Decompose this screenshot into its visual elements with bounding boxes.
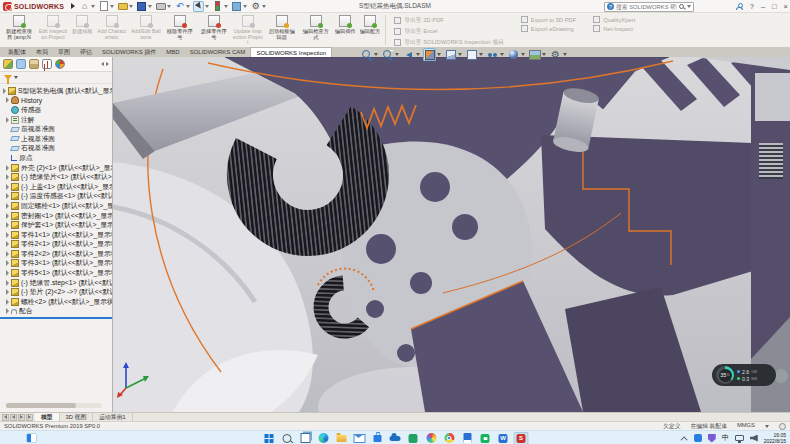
scrollbar-thumb[interactable]: [6, 403, 76, 408]
dropdown-arrow-icon[interactable]: [129, 5, 133, 8]
tree-item[interactable]: 右视基准面: [0, 144, 112, 154]
save-icon[interactable]: [136, 1, 147, 12]
dropdown-arrow-icon[interactable]: [186, 5, 190, 8]
dropdown-arrow-icon[interactable]: [167, 5, 171, 8]
display-settings-icon[interactable]: [231, 1, 242, 12]
hide-show-items-icon[interactable]: [486, 48, 499, 61]
document-tab[interactable]: 3D 视图: [60, 413, 94, 421]
tree-item[interactable]: 零件2<1> (默认<<默认>_显示状态: [0, 240, 112, 250]
app-green-icon[interactable]: [406, 432, 421, 444]
tree-item[interactable]: 零件2<2> (默认<<默认>_显示状态: [0, 249, 112, 259]
tree-item[interactable]: 螺栓<2> (默认<<默认>_显示状态: [0, 297, 112, 307]
quick-access-item[interactable]: [250, 1, 266, 12]
tree-item[interactable]: 传感器: [0, 105, 112, 115]
dropdown-arrow-icon[interactable]: [458, 53, 462, 56]
units-dropdown-icon[interactable]: [765, 425, 769, 428]
expand-arrow-icon[interactable]: [6, 174, 9, 180]
heads-up-item[interactable]: [507, 48, 525, 61]
tree-item[interactable]: 零件3<1> (默认<<默认>_显示状态: [0, 259, 112, 269]
rebuild-icon[interactable]: [212, 1, 223, 12]
dropdown-arrow-icon[interactable]: [395, 53, 399, 56]
tree-item[interactable]: 密封圈<1> (默认<<默认>_显示状态: [0, 211, 112, 221]
dropdown-arrow-icon[interactable]: [91, 5, 95, 8]
dropdown-arrow-icon[interactable]: [110, 5, 114, 8]
tree-item[interactable]: 零件1<1> (默认<<默认>_显示状态: [0, 230, 112, 240]
tree-item[interactable]: (-) 温度传感器<1> (默认<<默认>_显: [0, 192, 112, 202]
edit-appearance-icon[interactable]: [507, 48, 520, 61]
tree-item[interactable]: 原点: [0, 153, 112, 163]
ribbon-button[interactable]: Add Characteristic: [95, 13, 129, 47]
tree-item[interactable]: (-) 绝缘垫片<1> (默认<<默认>_显示: [0, 172, 112, 182]
graphics-viewport[interactable]: 35% 2.6GB 0.3MB: [113, 57, 790, 412]
wps-icon[interactable]: W: [496, 432, 511, 444]
heads-up-item[interactable]: [465, 48, 483, 61]
expand-arrow-icon[interactable]: [6, 280, 9, 286]
apply-scene-icon[interactable]: [528, 48, 541, 61]
undo-icon[interactable]: [174, 1, 185, 12]
dropdown-arrow-icon[interactable]: [542, 53, 546, 56]
search-box[interactable]: ?: [604, 2, 694, 12]
quick-access-item[interactable]: [79, 1, 95, 12]
quick-access-item[interactable]: [174, 1, 190, 12]
commandmanager-tab[interactable]: MBD: [161, 47, 184, 57]
expand-arrow-icon[interactable]: [6, 184, 9, 190]
dropdown-arrow-icon[interactable]: [563, 53, 567, 56]
featuremanager-tab-icon[interactable]: [3, 59, 13, 69]
expand-arrow-icon[interactable]: [6, 270, 9, 276]
notification-icon[interactable]: [779, 423, 786, 430]
expand-arrow-icon[interactable]: [6, 232, 9, 238]
quick-access-item[interactable]: [136, 1, 152, 12]
solidworks-icon[interactable]: S: [514, 432, 529, 444]
quick-access-item[interactable]: [155, 1, 171, 12]
ribbon-button[interactable]: 编辑操作: [333, 13, 358, 47]
displaymanager-tab-icon[interactable]: [55, 59, 65, 69]
expand-arrow-icon[interactable]: [6, 299, 9, 305]
filter-dropdown-icon[interactable]: [14, 76, 18, 79]
expand-arrow-icon[interactable]: [6, 251, 9, 257]
model-canvas[interactable]: [113, 57, 790, 412]
tray-expand-icon[interactable]: [680, 436, 687, 443]
tree-item[interactable]: (-) 绝缘管.step<1> (默认<<默认>: [0, 278, 112, 288]
section-view-icon[interactable]: [423, 48, 436, 61]
volume-icon[interactable]: [750, 435, 758, 442]
ribbon-button[interactable]: 新建模板: [70, 13, 95, 47]
view-settings-icon[interactable]: [549, 48, 562, 61]
heads-up-item[interactable]: [486, 48, 504, 61]
heads-up-item[interactable]: [549, 48, 567, 61]
ime-indicator[interactable]: 中: [722, 433, 729, 443]
panel-arrow-right-icon[interactable]: [106, 62, 109, 66]
commandmanager-tab[interactable]: SOLIDWORKS 插件: [97, 47, 161, 57]
commandmanager-tab[interactable]: 评估: [75, 47, 97, 57]
restore-button[interactable]: □: [772, 2, 777, 11]
expand-arrow-icon[interactable]: [6, 97, 9, 103]
dropdown-arrow-icon[interactable]: [243, 5, 247, 8]
tree-item[interactable]: 上视基准面: [0, 134, 112, 144]
export-button[interactable]: 导出至 SOLIDWORKS Inspection 项目: [394, 38, 504, 47]
heads-up-item[interactable]: [381, 48, 399, 61]
expand-arrow-icon[interactable]: [6, 203, 9, 209]
ribbon-button[interactable]: 启动模板编辑器: [265, 13, 299, 47]
dropdown-arrow-icon[interactable]: [437, 53, 441, 56]
commandmanager-tab[interactable]: 草图: [53, 47, 75, 57]
dropdown-arrow-icon[interactable]: [500, 53, 504, 56]
expand-arrow-icon[interactable]: [6, 193, 9, 199]
tree-divider[interactable]: [0, 317, 112, 319]
green-chat-icon[interactable]: [478, 432, 493, 444]
dropdown-arrow-icon[interactable]: [224, 5, 228, 8]
zoom-fit-icon[interactable]: [360, 48, 373, 61]
expand-arrow-icon[interactable]: [6, 213, 9, 219]
quick-access-item[interactable]: [98, 1, 114, 12]
document-tab[interactable]: 模型: [35, 413, 60, 421]
close-button[interactable]: ×: [784, 2, 788, 11]
ribbon-button[interactable]: 编辑检查方式: [299, 13, 333, 47]
tree-item[interactable]: 固定螺栓<1> (默认<<默认>_显示状: [0, 201, 112, 211]
onedrive-icon[interactable]: [388, 432, 403, 444]
quick-access-item[interactable]: [212, 1, 228, 12]
dropdown-arrow-icon[interactable]: [374, 53, 378, 56]
tree-item[interactable]: (-) 垫片 (2)<2> ->? (默认<<默认: [0, 287, 112, 297]
previous-view-icon[interactable]: [402, 48, 415, 61]
task-view-icon[interactable]: [298, 432, 313, 444]
export-button[interactable]: 导出至 Excel: [394, 27, 504, 36]
tree-item[interactable]: 注解: [0, 115, 112, 125]
quick-access-item[interactable]: [117, 1, 133, 12]
